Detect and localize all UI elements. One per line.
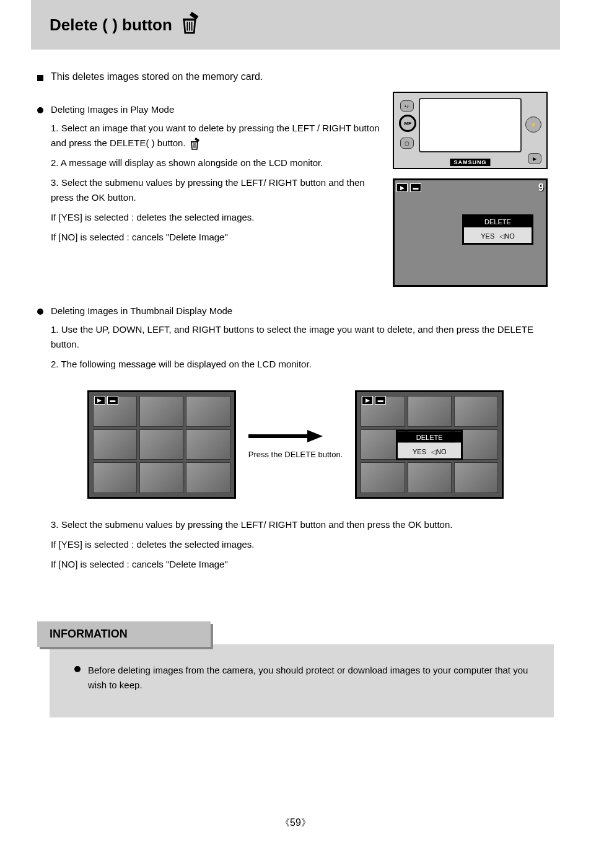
- svg-rect-8: [248, 434, 307, 438]
- svg-marker-9: [307, 430, 323, 442]
- trash-icon: [188, 137, 201, 151]
- single-step1: 1. Select an image that you want to dele…: [51, 121, 380, 151]
- header-title: Delete ( ) button: [50, 15, 172, 35]
- play-mode-icon: ▶: [94, 396, 105, 405]
- thumbnail-image: [408, 396, 452, 427]
- information-box: INFORMATION Before deleting images from …: [37, 621, 554, 717]
- info-body: Before deleting images from the camera, …: [50, 644, 554, 717]
- image-col: +/- MF ▢ ⚡ ▶ SAMSUNG ▶ ▬ 9 DELETE: [393, 92, 554, 293]
- circle-bullet-icon: [37, 309, 43, 315]
- single-step3-intro: 3. Select the submenu values by pressing…: [51, 175, 380, 205]
- thumb-step2: 2. The following message will be display…: [51, 357, 554, 372]
- svg-rect-3: [183, 19, 196, 21]
- circle-bullet-icon: [74, 666, 81, 672]
- battery-icon: ▬: [107, 396, 118, 405]
- left-triangle-icon: ◁: [431, 447, 436, 455]
- thumbnail-image: [93, 462, 137, 493]
- dialog-body: YES ◁NO: [464, 227, 532, 243]
- camera-screen: [419, 98, 522, 152]
- dialog-yes: YES: [413, 447, 426, 455]
- single-title: Deleting Images in Play Mode: [51, 104, 174, 115]
- single-title-item: Deleting Images in Play Mode: [37, 104, 380, 115]
- arrow-right-icon: Press the DELETE button.: [248, 430, 343, 459]
- play-button-icon: ▶: [528, 153, 541, 164]
- dialog-header: DELETE: [464, 216, 532, 227]
- battery-icon: ▬: [410, 183, 421, 192]
- thumbnail-image: [361, 462, 405, 493]
- dialog-no: ◁NO: [499, 232, 515, 240]
- thumb-grid-before: ▶ ▬: [87, 390, 236, 499]
- thumb-step3-intro: 3. Select the submenu values by pressing…: [51, 517, 554, 532]
- svg-rect-7: [191, 141, 198, 142]
- thumbnail-image: [186, 462, 230, 493]
- dialog-body: YES ◁NO: [398, 442, 461, 458]
- flash-button-icon: ⚡: [525, 116, 541, 133]
- delete-dialog: DELETE YES ◁NO: [462, 214, 533, 245]
- dialog-no: ◁NO: [431, 447, 447, 455]
- thumb-step1: 1. Use the UP, DOWN, LEFT, and RIGHT but…: [51, 322, 554, 352]
- page-footer: 《59》: [0, 817, 591, 854]
- play-mode-icon: ▶: [396, 183, 408, 192]
- thumb-title: Deleting Images in Thumbnail Display Mod…: [51, 305, 232, 316]
- battery-icon: ▬: [375, 396, 386, 405]
- single-step3-yes: If [YES] is selected : deletes the selec…: [51, 210, 380, 225]
- lcd-status-icons: ▶ ▬: [396, 183, 421, 192]
- single-delete-row: Deleting Images in Play Mode 1. Select a…: [37, 92, 554, 293]
- thumbnail-image: [139, 429, 183, 460]
- thumbs-row: ▶ ▬ Press the DELETE button.: [37, 390, 554, 499]
- dialog-header: DELETE: [398, 431, 461, 442]
- camera-illustration: +/- MF ▢ ⚡ ▶ SAMSUNG: [393, 92, 548, 169]
- play-mode-icon: ▶: [362, 396, 373, 405]
- lcd-counter: 9: [538, 182, 544, 193]
- square-bullet-icon: [37, 75, 43, 81]
- thumbnail-image: [408, 462, 452, 493]
- lcd-preview: ▶ ▬ 9 DELETE YES ◁NO: [393, 178, 548, 287]
- thumbnail-image: [139, 396, 183, 427]
- thumbnail-image: [93, 429, 137, 460]
- mf-delete-button-icon: MF: [399, 115, 416, 132]
- ev-button-icon: +/-: [400, 100, 414, 112]
- single-step2: 2. A message will display as shown along…: [51, 156, 380, 170]
- thumb-grid-after: ▶ ▬ DELETE YES ◁NO: [355, 390, 504, 499]
- single-step3-no: If [NO] is selected : cancels "Delete Im…: [51, 230, 380, 245]
- page-number: 59: [290, 817, 301, 828]
- info-text: Before deleting images from the camera, …: [88, 663, 535, 693]
- trash-icon: [178, 11, 201, 39]
- arrow-caption: Press the DELETE button.: [248, 450, 343, 459]
- thumb-title-item: Deleting Images in Thumbnail Display Mod…: [37, 305, 554, 316]
- display-button-icon: ▢: [400, 138, 414, 149]
- content-area: This deletes images stored on the memory…: [0, 50, 591, 742]
- intro-text: This deletes images stored on the memory…: [51, 71, 263, 82]
- thumb-step3-no: If [NO] is selected : cancels "Delete Im…: [51, 557, 554, 572]
- circle-bullet-icon: [37, 107, 43, 113]
- delete-dialog: DELETE YES ◁NO: [396, 429, 463, 460]
- thumbnail-image: [454, 396, 498, 427]
- page-header: Delete ( ) button: [31, 0, 560, 50]
- thumb-step3-yes: If [YES] is selected : deletes the selec…: [51, 537, 554, 552]
- thumbnail-image: [186, 429, 230, 460]
- dialog-yes: YES: [481, 232, 494, 240]
- section-intro: This deletes images stored on the memory…: [37, 71, 554, 82]
- camera-brand-logo: SAMSUNG: [450, 159, 490, 166]
- thumbnail-image: [186, 396, 230, 427]
- thumbnail-image: [139, 462, 183, 493]
- thumbnail-image: [454, 462, 498, 493]
- lcd-topbar: ▶ ▬ 9: [396, 182, 544, 193]
- single-text-col: Deleting Images in Play Mode 1. Select a…: [37, 92, 380, 293]
- info-header: INFORMATION: [37, 621, 211, 647]
